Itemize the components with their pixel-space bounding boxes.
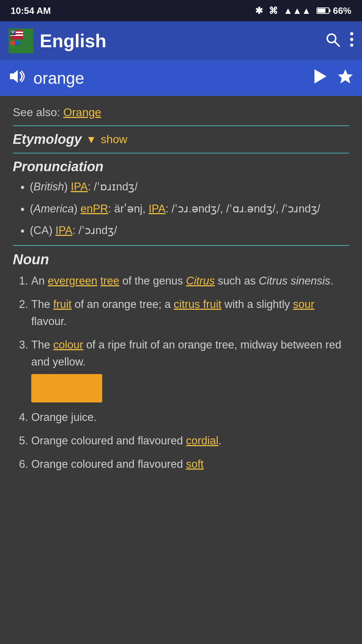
british-label: British xyxy=(33,180,64,193)
header-actions xyxy=(325,32,353,50)
ca-ipa-text: /ˈɔɹndʒ/ xyxy=(78,224,117,237)
colour-link[interactable]: colour xyxy=(53,339,83,351)
tree-link[interactable]: tree xyxy=(100,275,119,287)
svg-point-17 xyxy=(350,32,353,35)
definition-2: The fruit of an orange tree; a citrus fr… xyxy=(31,296,349,330)
time: 10:54 AM xyxy=(11,5,51,16)
noun-title: Noun xyxy=(13,251,349,267)
citrus-link[interactable]: Citrus xyxy=(186,275,215,287)
svg-point-10 xyxy=(14,31,15,32)
british-ipa-link[interactable]: IPA xyxy=(71,180,88,193)
definition-5: Orange coloured and flavoured cordial. xyxy=(31,432,349,449)
noun-section: Noun An evergreen tree of the genus Citr… xyxy=(13,251,349,473)
search-icon[interactable] xyxy=(325,32,340,50)
see-also-label: See also: xyxy=(13,106,60,119)
word-display: orange xyxy=(33,69,313,88)
svg-rect-13 xyxy=(10,41,15,45)
battery-percent: 66% xyxy=(333,5,351,16)
etymology-toggle[interactable]: ▼ xyxy=(86,134,97,146)
svg-rect-1 xyxy=(329,9,330,12)
wifi-icon: ⌘ xyxy=(269,5,278,16)
definition-6: Orange coloured and flavoured soft xyxy=(31,456,349,473)
app-title: English xyxy=(40,30,325,52)
etymology-section: Etymology ▼ show xyxy=(13,132,349,147)
orange-color-swatch xyxy=(31,374,102,402)
sound-icon[interactable] xyxy=(9,69,26,88)
bluetooth-icon: ✱ xyxy=(255,5,263,16)
divider-1 xyxy=(13,125,349,126)
word-actions xyxy=(313,69,353,88)
definition-4: Orange juice. xyxy=(31,409,349,426)
more-options-icon[interactable] xyxy=(350,32,353,50)
app-logo xyxy=(9,28,33,53)
status-bar: 10:54 AM ✱ ⌘ ▲▲▲ 66% xyxy=(0,0,362,21)
svg-rect-14 xyxy=(15,41,20,45)
see-also: See also: Orange xyxy=(13,106,349,119)
svg-point-18 xyxy=(350,38,353,41)
sour-link[interactable]: sour xyxy=(293,298,314,310)
favorite-icon[interactable] xyxy=(337,69,353,88)
american-label: America xyxy=(33,202,74,215)
etymology-title: Etymology xyxy=(13,132,82,147)
signal-icon: ▲▲▲ xyxy=(284,5,311,16)
cordial-link[interactable]: cordial xyxy=(186,434,218,447)
american-ipa-link[interactable]: IPA xyxy=(149,202,166,215)
see-also-link[interactable]: Orange xyxy=(63,106,101,119)
svg-point-9 xyxy=(12,31,13,32)
noun-definitions: An evergreen tree of the genus Citrus su… xyxy=(31,272,349,473)
ca-ipa-link[interactable]: IPA xyxy=(55,224,72,237)
definition-4-text: Orange juice. xyxy=(31,411,97,423)
play-icon[interactable] xyxy=(313,69,327,88)
status-icons: ✱ ⌘ ▲▲▲ 66% xyxy=(255,5,351,16)
american-enpr-text: ärʹənj, xyxy=(114,202,146,215)
svg-rect-2 xyxy=(318,9,325,13)
pronunciation-canadian: (CA) IPA: /ˈɔɹndʒ/ xyxy=(30,222,349,239)
citrus-fruit-link[interactable]: citrus fruit xyxy=(174,298,221,310)
svg-marker-20 xyxy=(10,70,18,83)
american-enpr-link[interactable]: enPR xyxy=(81,202,108,215)
svg-point-11 xyxy=(12,32,13,33)
content-area: See also: Orange Etymology ▼ show Pronun… xyxy=(0,96,362,489)
svg-marker-21 xyxy=(314,69,327,83)
pronunciation-title: Pronunciation xyxy=(13,159,349,174)
fruit-link[interactable]: fruit xyxy=(53,298,72,310)
evergreen-link[interactable]: evergreen xyxy=(48,275,98,287)
word-bar: orange xyxy=(0,60,362,96)
svg-point-12 xyxy=(13,32,14,33)
etymology-show[interactable]: show xyxy=(101,133,127,146)
svg-point-8 xyxy=(11,31,12,32)
pronunciation-section: Pronunciation (British) IPA: /ˈɒɹɪndʒ/ (… xyxy=(13,159,349,239)
divider-2 xyxy=(13,153,349,153)
svg-line-16 xyxy=(335,42,339,46)
battery-indicator: 66% xyxy=(317,5,351,16)
pronunciation-british: (British) IPA: /ˈɒɹɪndʒ/ xyxy=(30,178,349,196)
definition-3: The colour of a ripe fruit of an orange … xyxy=(31,336,349,402)
pronunciation-american: (America) enPR: ärʹənj, IPA: /ˈɔɹ.əndʒ/,… xyxy=(30,200,349,218)
pronunciation-list: (British) IPA: /ˈɒɹɪndʒ/ (America) enPR:… xyxy=(30,178,349,239)
american-ipa-text: /ˈɔɹ.əndʒ/, /ˈɑɹ.əndʒ/, /ˈɔɹndʒ/ xyxy=(172,202,320,215)
app-header: English xyxy=(0,21,362,60)
definition-1: An evergreen tree of the genus Citrus su… xyxy=(31,272,349,289)
svg-point-19 xyxy=(350,43,353,47)
soft-link[interactable]: soft xyxy=(186,458,204,470)
ca-label: CA xyxy=(33,224,49,237)
british-ipa-text: /ˈɒɹɪndʒ/ xyxy=(94,180,138,193)
divider-3 xyxy=(13,245,349,246)
svg-marker-22 xyxy=(338,69,353,83)
